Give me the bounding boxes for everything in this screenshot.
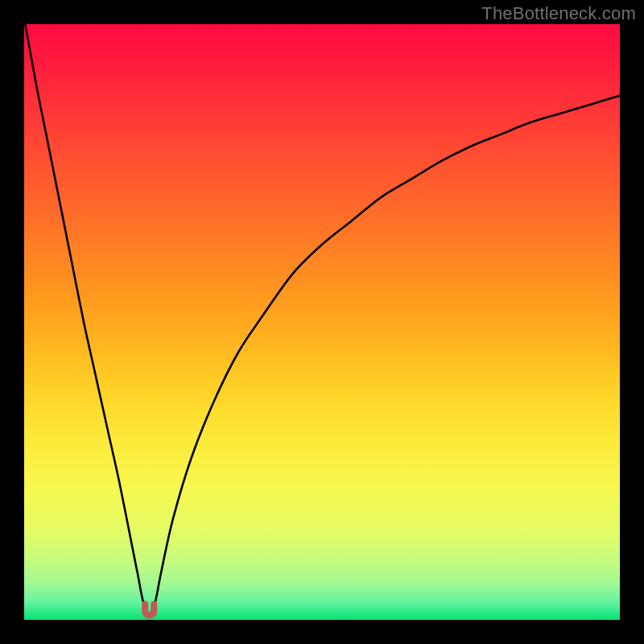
plot-area bbox=[24, 24, 620, 620]
curve-layer bbox=[24, 24, 620, 620]
outer-frame: TheBottleneck.com bbox=[0, 0, 644, 644]
attribution-text: TheBottleneck.com bbox=[481, 3, 636, 24]
bottleneck-curve bbox=[24, 24, 620, 614]
min-marker bbox=[145, 605, 154, 616]
